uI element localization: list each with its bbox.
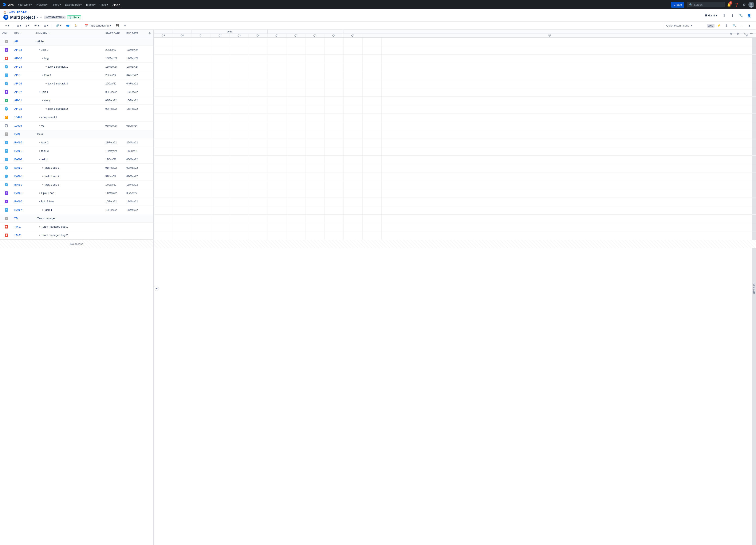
cell-key[interactable]: 10905 [13,124,34,127]
gantt-row[interactable] [154,114,756,122]
user-avatar[interactable] [748,2,754,8]
gantt-row[interactable]: ↑ [154,122,756,130]
breadcrumb-home-icon[interactable]: 🏠 [3,11,7,14]
nav-projects[interactable]: Projects▾ [34,2,49,7]
table-row[interactable]: ✓ AP-16 task 1 subtask 3 20/Jan/22 04/Fe… [0,79,153,88]
gantt-row[interactable]: ↑ [154,206,756,215]
expand-icon[interactable]: ▾ [39,200,40,203]
table-row[interactable]: ✓ BAN-7 task 1 sub 1 01/Feb/22 03/Mar/22 [0,164,153,172]
table-row[interactable]: ✓ AP-15 task 1 subtask 2 08/Feb/22 16/Fe… [0,105,153,113]
gantt-row[interactable]: Epic 2↑ [154,46,756,55]
jira-logo[interactable]: Jira [2,2,14,7]
nav-dashboards[interactable]: Dashboards▾ [63,2,83,7]
cell-key[interactable]: 10426 [13,116,34,119]
collapse-toolbar-button[interactable]: ▲ [746,23,753,28]
gantt-view-button[interactable]: ☰ Gantt ▾ [703,13,719,18]
gantt-row[interactable]: ↑ [154,105,756,114]
sort-button[interactable]: ↕ ▾ [24,23,32,28]
expand-icon[interactable]: ▾ [35,40,36,43]
fields-button[interactable]: ⊟ ▾ [42,23,50,28]
expand-icon[interactable]: ▾ [42,57,43,59]
lightning-button[interactable]: ⚡ [715,23,722,28]
status-badge[interactable]: NOT STARTED ▾ [44,16,66,19]
gantt-row[interactable]: ↑ [154,55,756,63]
notifications-button[interactable]: 🔔 9+ [726,1,732,8]
cell-key[interactable]: AP-13 [13,48,34,51]
table-row[interactable]: ✓ BAN-9 task 1 sub 3 17/Jan/22 15/Feb/22 [0,181,153,189]
expand-icon[interactable]: ▾ [35,217,36,220]
gantt-chart[interactable]: ⊕ ⊖ ⤢ ⋯ ◀ INFOBAR 2022 Q3 Q4 [154,30,756,545]
table-row[interactable]: ? AP ▾Alpha [0,37,153,46]
table-row[interactable]: ✓ BAN-3 task 3 13/May/24 11/Jun/24 [0,147,153,155]
info-button[interactable]: ℹ [729,12,736,19]
gantt-row[interactable]: ↑ [154,147,756,156]
table-row[interactable]: ⬤ 10905 v2 06/May/24 05/Jun/24 [0,122,153,130]
gantt-row[interactable] [154,223,756,232]
col-settings-button[interactable]: ⚙ [146,32,153,35]
cell-key[interactable]: TM-2 [13,234,34,237]
gantt-row[interactable]: ↑ [154,198,756,206]
cell-key[interactable]: BAN-5 [13,192,34,195]
zoom-out-button[interactable]: ⊖ [735,31,741,36]
table-row[interactable]: E AP-13 ▾Epic 2 20/Jan/22 17/May/24 [0,46,153,54]
wrench-button[interactable]: 🔧 [737,12,744,19]
cell-key[interactable]: BAN-6 [13,200,34,203]
view-button[interactable]: 👁 ▾ [32,23,41,28]
expand-icon[interactable]: ▾ [42,99,43,102]
table-row[interactable]: E BAN-6 ▾Epic 2 ban 10/Feb/22 11/Mar/22 [0,197,153,206]
table-row[interactable]: E AP-12 ▾Epic 1 08/Feb/22 16/Feb/22 [0,88,153,96]
link-button[interactable]: 🔗 ▾ [54,23,63,28]
expand-icon[interactable]: ▾ [39,91,40,93]
cell-key[interactable]: BAN [13,133,34,136]
add-button[interactable]: + ▾ [3,23,11,28]
nav-teams[interactable]: Teams▾ [84,2,97,7]
cell-key[interactable]: AP [13,40,34,43]
quick-filter-dropdown[interactable]: Quick Filters: none ▾ [664,23,706,28]
expand-icon[interactable]: ▾ [42,74,43,76]
nav-your-work[interactable]: Your work▾ [16,2,33,7]
cell-key[interactable]: BAN-7 [13,166,34,169]
cell-key[interactable]: BAN-4 [13,208,34,212]
favorite-star-icon[interactable]: ☆ [40,16,42,19]
task-scheduling-button[interactable]: 📅 Task scheduling ▾ [83,23,113,28]
gantt-row[interactable] [154,232,756,240]
table-row[interactable]: ✓ BAN-2 task 2 21/Feb/22 29/Mar/22 [0,138,153,147]
expand-icon[interactable]: ▾ [39,49,40,51]
cell-key[interactable]: AP-11 [13,99,34,102]
cell-key[interactable]: AP-9 [13,74,34,77]
live-badge[interactable]: 📡 Live ▾ [67,15,81,19]
collapse-chart-button[interactable]: ◀ [154,286,159,291]
undo-button[interactable]: ↩ [122,23,128,28]
table-row[interactable]: ✓ AP-14 task 1 subtask 1 13/May/24 17/Ma… [0,63,153,71]
expand-icon[interactable]: ▾ [35,133,36,135]
gantt-row[interactable]: ↑ [154,97,756,105]
table-row[interactable]: ✓ AP-9 ▾task 1 20/Jan/22 04/Feb/22 [0,71,153,79]
table-row[interactable]: E BAN-5 Epic 1 ban 11/Mar/22 08/Apr/22 [0,189,153,197]
create-sprint-button[interactable]: 🏃 [72,23,79,28]
gantt-row[interactable]: ↑ [154,156,756,164]
table-row[interactable]: ✓ BAN-4 task 4 10/Feb/22 11/Mar/22 [0,206,153,214]
gantt-chart-inner[interactable]: 2022 Q3 Q4 Q1 Q2 Q3 Q4 Q1 Q2 Q3 Q4 Q1 Q2 [154,30,756,545]
table-row[interactable]: ? TM ▾Team managed [0,214,153,223]
cell-key[interactable]: BAN-3 [13,149,34,153]
cell-key[interactable]: AP-16 [13,82,34,85]
table-row[interactable]: ⬟ TM-1 Team managed bug 1 [0,223,153,231]
group-button[interactable]: ⊞ ▾ [15,23,23,28]
table-row[interactable]: ✓ BAN-1 ▾task 1 17/Jan/22 03/Mar/22 [0,155,153,164]
nav-apps[interactable]: Apps▾ [111,2,122,7]
share-people-button[interactable]: 👥 [64,23,71,28]
gantt-row[interactable]: ↑ [154,181,756,189]
gantt-row[interactable]: ↑ [154,164,756,173]
table-row[interactable]: ⬟ TM-2 Team managed bug 2 [0,231,153,240]
cell-key[interactable]: BAN-9 [13,183,34,186]
gantt-row[interactable]: ↑ [154,189,756,198]
zoom-in-button[interactable]: ⊕ [728,31,734,36]
cell-key[interactable]: AP-12 [13,90,34,94]
expand-icon[interactable]: ▾ [39,158,40,161]
gantt-row[interactable]: ↑ [154,71,756,80]
gantt-more-button[interactable]: ⋯ [748,31,754,36]
cell-key[interactable]: AP-10 [13,57,34,60]
fit-button[interactable]: ⤢ [742,31,748,36]
breadcrumb-wbs[interactable]: WBS [9,11,15,14]
search-box[interactable]: 🔍 Search [687,2,725,7]
